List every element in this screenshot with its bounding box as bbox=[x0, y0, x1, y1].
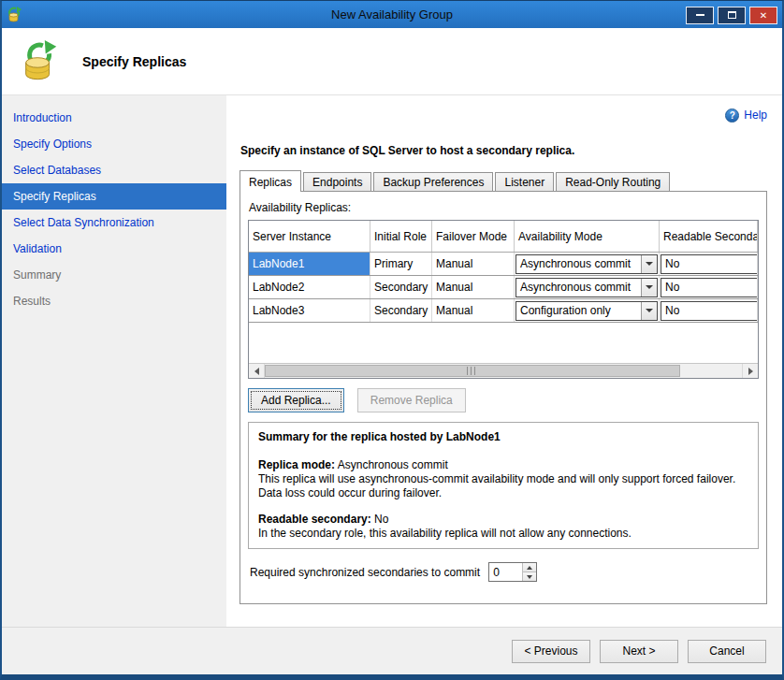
cell-initial-role[interactable]: Primary bbox=[370, 253, 432, 275]
help-link[interactable]: ? Help bbox=[725, 109, 767, 123]
spin-down-button[interactable] bbox=[523, 571, 536, 581]
table-row-labnode2[interactable]: LabNode2 Secondary Manual Asynchronous c… bbox=[249, 276, 758, 299]
cell-availability-mode: Asynchronous commit bbox=[515, 276, 660, 298]
minimize-button[interactable] bbox=[686, 7, 714, 24]
sidebar-item-summary: Summary bbox=[2, 262, 226, 288]
dropdown-arrow-button[interactable] bbox=[641, 279, 657, 297]
dropdown-arrow-button[interactable] bbox=[641, 255, 657, 273]
replica-mode-description: This replica will use asynchronous-commi… bbox=[258, 472, 748, 500]
replicas-grid-body: Server Instance Initial Role Failover Mo… bbox=[249, 221, 758, 363]
cell-server-instance[interactable]: LabNode1 bbox=[249, 253, 370, 275]
chevron-up-icon bbox=[527, 566, 532, 570]
replica-actions-row: Add Replica... Remove Replica bbox=[248, 388, 759, 412]
spinner-buttons bbox=[522, 563, 536, 581]
tab-listener[interactable]: Listener bbox=[495, 172, 554, 191]
cell-failover-mode[interactable]: Manual bbox=[432, 253, 515, 275]
readable-secondary-value: No bbox=[661, 281, 758, 294]
cell-readable-secondary: No bbox=[660, 276, 758, 298]
sidebar-item-results: Results bbox=[2, 288, 226, 314]
tab-endpoints[interactable]: Endpoints bbox=[303, 172, 371, 191]
required-secondaries-spinner[interactable] bbox=[488, 562, 537, 582]
tab-strip: Replicas Endpoints Backup Preferences Li… bbox=[240, 169, 767, 191]
close-icon: ✕ bbox=[760, 10, 767, 21]
scroll-left-button[interactable] bbox=[249, 364, 264, 378]
help-row: ? Help bbox=[240, 95, 767, 123]
chevron-down-icon bbox=[646, 285, 653, 289]
required-secondaries-row: Required synchronized secondaries to com… bbox=[248, 562, 759, 582]
spin-up-button[interactable] bbox=[523, 563, 536, 571]
readable-secondary-section: Readable secondary: No In the secondary … bbox=[258, 513, 748, 541]
column-header-server-instance[interactable]: Server Instance bbox=[249, 221, 370, 252]
wizard-header: Specify Replicas bbox=[2, 28, 782, 95]
sidebar-item-introduction[interactable]: Introduction bbox=[2, 105, 226, 131]
table-row-labnode1[interactable]: LabNode1 Primary Manual Asynchronous com… bbox=[249, 253, 758, 276]
grid-header-row: Server Instance Initial Role Failover Mo… bbox=[249, 221, 758, 253]
readable-secondary-dropdown[interactable]: No bbox=[661, 301, 758, 321]
availability-mode-dropdown[interactable]: Asynchronous commit bbox=[515, 254, 658, 274]
previous-button[interactable]: < Previous bbox=[512, 640, 590, 663]
sidebar-item-specify-replicas[interactable]: Specify Replicas bbox=[2, 183, 226, 210]
summary-title: Summary for the replica hosted by LabNod… bbox=[258, 430, 748, 444]
minimize-icon bbox=[696, 14, 704, 16]
next-button[interactable]: Next > bbox=[600, 640, 678, 663]
sidebar-item-specify-options[interactable]: Specify Options bbox=[2, 131, 226, 157]
replicas-tab-panel: Availability Replicas: Server Instance I… bbox=[240, 191, 767, 604]
horizontal-scrollbar[interactable] bbox=[249, 363, 758, 378]
wizard-body: Introduction Specify Options Select Data… bbox=[2, 95, 782, 627]
availability-mode-dropdown[interactable]: Configuration only bbox=[515, 301, 658, 321]
cancel-button[interactable]: Cancel bbox=[688, 640, 766, 663]
column-header-initial-role[interactable]: Initial Role bbox=[370, 221, 432, 252]
remove-replica-button: Remove Replica bbox=[357, 388, 466, 412]
cell-initial-role[interactable]: Secondary bbox=[370, 299, 432, 322]
help-label: Help bbox=[744, 109, 767, 122]
availability-mode-dropdown[interactable]: Asynchronous commit bbox=[515, 278, 658, 297]
availability-mode-value: Configuration only bbox=[516, 304, 641, 317]
scroll-right-button[interactable] bbox=[743, 364, 758, 378]
required-secondaries-input[interactable] bbox=[489, 563, 522, 581]
column-header-availability-mode[interactable]: Availability Mode bbox=[515, 221, 660, 252]
window-title: New Availability Group bbox=[2, 7, 782, 22]
replica-mode-section: Replica mode: Asynchronous commit This r… bbox=[258, 458, 748, 500]
readable-secondary-label: Readable secondary: bbox=[258, 513, 371, 526]
instruction-text: Specify an instance of SQL Server to hos… bbox=[240, 144, 767, 157]
help-icon: ? bbox=[725, 109, 739, 123]
dropdown-arrow-button[interactable] bbox=[641, 302, 657, 320]
sidebar-item-select-data-synchronization[interactable]: Select Data Synchronization bbox=[2, 210, 226, 236]
cell-server-instance[interactable]: LabNode2 bbox=[249, 276, 370, 298]
wizard-content: ? Help Specify an instance of SQL Server… bbox=[226, 95, 782, 627]
readable-secondary-dropdown[interactable]: No bbox=[661, 254, 758, 274]
cell-server-instance[interactable]: LabNode3 bbox=[249, 299, 370, 322]
tab-backup-preferences[interactable]: Backup Preferences bbox=[373, 172, 493, 191]
grip-icon bbox=[467, 367, 477, 375]
readable-secondary-dropdown[interactable]: No bbox=[661, 278, 758, 297]
sidebar-item-select-databases[interactable]: Select Databases bbox=[2, 157, 226, 183]
tab-replicas[interactable]: Replicas bbox=[240, 170, 301, 192]
wizard-footer: < Previous Next > Cancel bbox=[2, 627, 782, 674]
readable-secondary-description: In the secondary role, this availability… bbox=[258, 527, 748, 541]
column-header-failover-mode[interactable]: Failover Mode bbox=[432, 221, 515, 252]
availability-mode-value: Asynchronous commit bbox=[516, 281, 641, 294]
cell-readable-secondary: No bbox=[660, 299, 758, 322]
tab-read-only-routing[interactable]: Read-Only Routing bbox=[556, 172, 670, 191]
window-controls: ✕ bbox=[686, 6, 777, 24]
maximize-button[interactable] bbox=[718, 7, 746, 24]
replica-mode-value: Asynchronous commit bbox=[338, 458, 448, 471]
cell-failover-mode[interactable]: Manual bbox=[432, 276, 515, 298]
sidebar-item-validation[interactable]: Validation bbox=[2, 236, 226, 262]
add-replica-button[interactable]: Add Replica... bbox=[248, 388, 344, 412]
column-header-readable-secondary[interactable]: Readable Secondary bbox=[660, 221, 758, 252]
replicas-grid: Server Instance Initial Role Failover Mo… bbox=[248, 220, 759, 379]
close-button[interactable]: ✕ bbox=[749, 7, 777, 24]
table-row-labnode3[interactable]: LabNode3 Secondary Manual Configuration … bbox=[249, 299, 758, 323]
wizard-steps-sidebar: Introduction Specify Options Select Data… bbox=[2, 95, 226, 627]
availability-mode-value: Asynchronous commit bbox=[516, 257, 641, 270]
arrow-left-icon bbox=[254, 368, 259, 375]
availability-group-icon bbox=[19, 40, 62, 83]
cell-availability-mode: Asynchronous commit bbox=[515, 253, 660, 275]
scrollbar-thumb[interactable] bbox=[265, 365, 680, 377]
scrollbar-track[interactable] bbox=[264, 364, 743, 378]
chevron-down-icon bbox=[527, 575, 532, 579]
cell-initial-role[interactable]: Secondary bbox=[370, 276, 432, 298]
cell-failover-mode[interactable]: Manual bbox=[432, 299, 515, 322]
page-title: Specify Replicas bbox=[82, 54, 186, 69]
